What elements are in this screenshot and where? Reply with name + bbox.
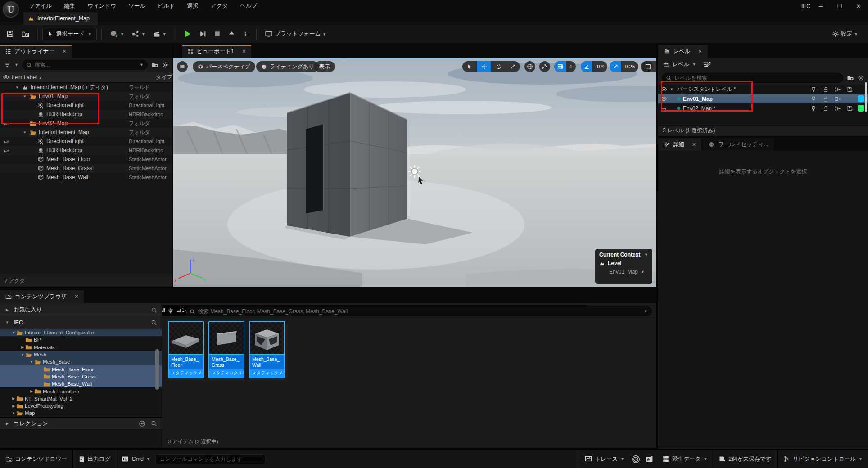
chevron-down-icon[interactable]: ▼ <box>29 360 34 364</box>
maximize-viewport-button[interactable] <box>642 61 653 72</box>
revision-control-dropdown[interactable]: リビジョンコントロール ▼ <box>778 450 868 468</box>
folder-tree-row[interactable]: BP <box>0 336 162 343</box>
perspective-dropdown[interactable]: パースペクティブ <box>193 61 255 72</box>
level-row[interactable]: ▼パーシスタントレベル * <box>658 85 868 94</box>
compose-icon[interactable] <box>703 61 711 68</box>
outliner-row[interactable]: ▼Env01_Mapフォルダ <box>0 92 172 101</box>
eye-closed-icon[interactable] <box>3 138 9 145</box>
select-mode-dropdown[interactable]: 選択モード ▼ <box>42 28 97 40</box>
skip-next-button[interactable] <box>195 27 210 41</box>
eye-open-icon[interactable] <box>660 95 667 102</box>
sources-root-section[interactable]: ▼ IEC <box>0 316 162 329</box>
outliner-row[interactable]: ▼InteriorElement_Map (エディタ)ワールド <box>0 83 172 92</box>
save-button[interactable] <box>3 27 18 41</box>
show-dropdown[interactable]: 表示 <box>314 61 335 72</box>
level-row[interactable]: Env02_Map * <box>658 104 868 113</box>
folder-tree-row[interactable]: Mesh_Base_Floor <box>0 365 162 373</box>
folder-tree-row[interactable]: Mesh_Base_Grass <box>0 373 162 380</box>
play-button[interactable] <box>180 27 195 41</box>
chevron-down-icon[interactable]: ▼ <box>11 411 16 415</box>
rotate-tool[interactable] <box>491 61 506 72</box>
eject-button[interactable] <box>224 27 239 41</box>
hierarchy-icon[interactable] <box>835 86 841 93</box>
level-color-swatch[interactable] <box>858 95 864 102</box>
platform-dropdown[interactable]: プラットフォーム▼ <box>261 27 330 41</box>
output-log-button[interactable]: 出力ログ <box>73 450 116 468</box>
folder-tree-row[interactable]: ▼Map <box>0 410 162 417</box>
content-browser-button[interactable] <box>18 27 33 41</box>
level-color-swatch[interactable] <box>858 86 864 93</box>
menu-item[interactable]: ヘルプ <box>240 2 257 10</box>
chevron-down-icon[interactable]: ▼ <box>14 63 18 67</box>
viewport-tab[interactable]: ビューポート1 ✕ <box>182 45 251 58</box>
filter-icon[interactable] <box>4 61 11 68</box>
outliner-row[interactable]: DirectionalLightDirectionalLight <box>0 137 172 146</box>
scale-tool[interactable] <box>506 61 520 72</box>
bulb-icon[interactable] <box>810 105 817 112</box>
chevron-down-icon[interactable]: ▼ <box>22 130 27 135</box>
chevron-down-icon[interactable]: ▼ <box>669 87 674 91</box>
unreal-logo-icon[interactable]: U <box>3 1 19 18</box>
chevron-right-icon[interactable]: ▶ <box>20 345 25 349</box>
menu-item[interactable]: ウィンドウ <box>87 2 116 10</box>
unsaved-button[interactable]: 2個が未保存です <box>713 450 777 468</box>
filter-icon[interactable] <box>167 308 174 315</box>
lock-open-icon[interactable] <box>823 105 829 112</box>
chevron-down-icon[interactable]: ▼ <box>20 353 25 357</box>
outliner-row[interactable]: ▼InteriorElement_Mapフォルダ <box>0 128 172 137</box>
chevron-down-icon[interactable]: ▼ <box>22 94 27 99</box>
chevron-right-icon[interactable]: ▶ <box>11 396 16 400</box>
close-icon[interactable]: ✕ <box>242 49 246 54</box>
insights-button[interactable] <box>630 450 642 468</box>
eye-closed-icon[interactable] <box>3 120 9 127</box>
chevron-down-icon[interactable]: ▼ <box>14 86 20 90</box>
menu-item[interactable]: ファイル <box>29 2 52 10</box>
chevron-right-icon[interactable]: ▶ <box>29 389 34 393</box>
eye-closed-icon[interactable] <box>660 105 667 112</box>
levels-scrollbar[interactable] <box>865 82 867 112</box>
viewport-options-button[interactable] <box>177 61 188 72</box>
folder-tree-row[interactable]: ▶LevelPrototyping <box>0 402 162 410</box>
outliner-tab[interactable]: アウトライナー ✕ <box>0 45 72 58</box>
cmd-dropdown[interactable]: Cmd ▼ <box>116 450 155 468</box>
close-icon[interactable]: ✕ <box>849 0 868 12</box>
play-options-button[interactable]: ⋮ <box>239 27 252 41</box>
viewport-3d-scene[interactable]: Z X Y パースペクティブ ライティングあり 表示 <box>173 58 656 287</box>
chevron-down-icon[interactable]: ▼ <box>11 331 16 335</box>
derived-data-dropdown[interactable]: 派生データ ▼ <box>657 450 713 468</box>
rotation-snap-control[interactable]: 10° <box>581 61 607 72</box>
folder-tree-row[interactable]: ▶Materials <box>0 344 162 351</box>
save-icon[interactable] <box>847 86 853 93</box>
folder-tree-row[interactable]: ▼Mesh_Base <box>0 358 162 365</box>
menu-item[interactable]: ツール <box>128 2 145 10</box>
chevron-right-icon[interactable]: ▶ <box>11 404 16 408</box>
content-browser-tab[interactable]: コンテンツブラウザ ✕ <box>0 290 84 303</box>
chevron-down-icon[interactable]: ▼ <box>644 309 648 314</box>
add-folder-icon[interactable] <box>847 74 854 81</box>
outliner-row[interactable]: HDRIBackdropHDRIBackdrop <box>0 110 172 119</box>
hierarchy-icon[interactable] <box>835 96 841 102</box>
screenshot-button[interactable] <box>642 450 657 468</box>
close-icon[interactable]: ✕ <box>692 142 696 148</box>
select-tool[interactable] <box>462 61 477 72</box>
gear-icon[interactable] <box>162 62 169 68</box>
folder-tree-row[interactable]: ▼Interior_Element_Configurator <box>0 329 162 336</box>
restore-icon[interactable]: ❐ <box>830 0 849 12</box>
type-link[interactable]: HDRIBackdrop <box>129 148 172 153</box>
close-icon[interactable]: ✕ <box>74 294 78 300</box>
asset-tile-grass[interactable]: Mesh_Base_Grassスタティックメッ... <box>208 321 244 378</box>
bulb-icon[interactable] <box>810 96 817 102</box>
menu-item[interactable]: 編集 <box>64 2 75 10</box>
add-folder-icon[interactable] <box>151 61 158 68</box>
levels-menu-dropdown[interactable]: レベル ▼ <box>663 58 696 71</box>
folder-tree-row[interactable]: ▶KT_SmartMat_Vol_2 <box>0 395 162 402</box>
folder-tree-row[interactable]: Mesh_Base_Wall <box>0 380 162 387</box>
add-actor-dropdown[interactable]: ▼ <box>106 27 128 41</box>
chevron-down-icon[interactable]: ▼ <box>644 252 648 257</box>
menu-item[interactable]: アクタ <box>211 2 228 10</box>
minimize-icon[interactable]: ─ <box>811 0 830 12</box>
lock-open-icon[interactable] <box>823 96 829 102</box>
move-tool[interactable] <box>477 61 491 72</box>
level-row[interactable]: Env01_Map <box>658 94 868 104</box>
folder-tree-row[interactable]: ▼Mesh <box>0 351 162 358</box>
